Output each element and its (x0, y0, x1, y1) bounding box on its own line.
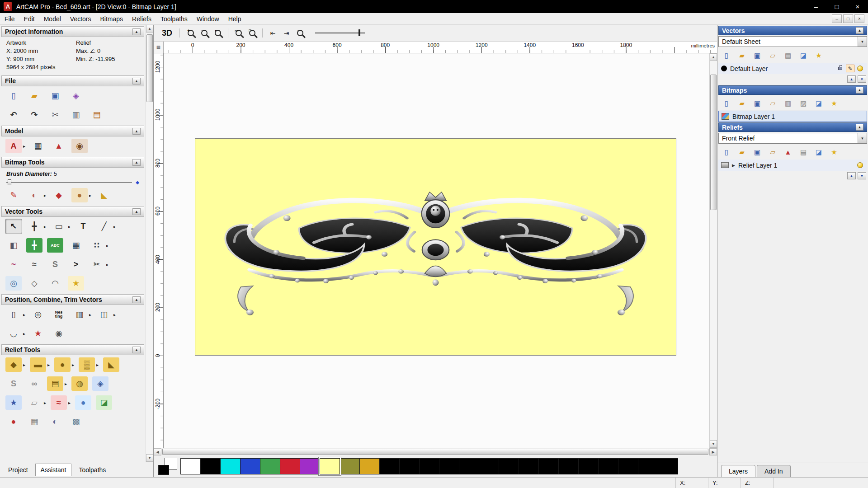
palette-swatch[interactable] (459, 458, 479, 474)
redo-icon[interactable]: ↷ (26, 108, 42, 122)
brush-slider-handle[interactable] (8, 179, 11, 185)
layer-visibility-toggle[interactable] (856, 65, 864, 72)
new-model-icon[interactable]: ▯ (5, 89, 22, 103)
dropdown-arrow-icon[interactable]: ▼ (858, 133, 867, 143)
primary-colour-swatch[interactable] (158, 465, 169, 475)
collapse-button[interactable]: ▲ (856, 27, 863, 34)
scrollbar-thumb[interactable] (146, 34, 153, 102)
weave-relief-icon[interactable]: ∞ (26, 376, 42, 391)
vector-layer-name[interactable]: Default Layer (730, 65, 768, 72)
zoom-out-icon[interactable]: − (198, 28, 210, 39)
collapse-button[interactable]: ▲ (132, 159, 141, 166)
3d-view-button[interactable]: 3D (159, 28, 175, 38)
menu-help[interactable]: Help (224, 14, 246, 24)
angle-relief-icon[interactable]: ◣ (103, 357, 119, 372)
offset-vectors-icon[interactable]: ◧ (5, 238, 22, 253)
palette-swatch[interactable] (499, 458, 519, 474)
freehand-curve-icon[interactable]: ~ (5, 257, 22, 272)
flyout-arrow-icon[interactable]: ▸ (44, 400, 46, 405)
paste-along-curve-icon[interactable]: ∷ (89, 238, 105, 253)
collapse-button[interactable]: ▲ (132, 208, 141, 215)
delete-sheet-icon[interactable]: ◪ (797, 50, 810, 61)
measure-icon[interactable]: ╱ (96, 219, 112, 234)
save-sheet-icon[interactable]: ▣ (751, 50, 764, 61)
menu-toolpaths[interactable]: Toolpaths (156, 14, 192, 24)
flyout-arrow-icon[interactable]: ▸ (96, 362, 99, 367)
relief-3d-icon[interactable]: ▲ (782, 146, 794, 157)
create-star-icon[interactable]: ★ (68, 276, 84, 291)
palette-swatch[interactable] (399, 458, 420, 474)
flyout-arrow-icon[interactable]: ▸ (89, 193, 91, 198)
open-bitmap-layer-icon[interactable]: ▰ (736, 98, 748, 108)
palette-swatch[interactable] (538, 458, 559, 474)
mdi-minimize-button[interactable]: – (832, 14, 842, 23)
scrollbar-track[interactable] (146, 33, 153, 454)
scroll-left-button[interactable]: ◀ (154, 448, 161, 455)
spin-relief-icon[interactable]: ◐ (47, 414, 63, 429)
flyout-arrow-icon[interactable]: ▸ (47, 362, 50, 367)
polyline-icon[interactable]: > (68, 257, 84, 272)
tab-add-in[interactable]: Add In (757, 465, 790, 477)
scroll-down-button[interactable]: ▼ (710, 440, 717, 448)
relief-wand-icon[interactable]: ★ (828, 146, 840, 157)
model-lighting-icon[interactable]: ▲ (51, 139, 67, 153)
flyout-arrow-icon[interactable]: ▸ (89, 312, 91, 317)
current-colour-indicator[interactable] (158, 458, 177, 475)
merge-bitmap-icon[interactable]: ▥ (782, 98, 794, 108)
collapse-button[interactable]: ▲ (132, 28, 141, 35)
create-spiral-icon[interactable]: ◉ (51, 326, 67, 341)
relief-layer-name[interactable]: Relief Layer 1 (738, 162, 777, 169)
pick-colour-icon[interactable]: ◆ (51, 188, 67, 202)
import-model-icon[interactable]: ◈ (68, 89, 84, 103)
flood-fill-icon[interactable]: ◣ (96, 188, 112, 202)
artwork-canvas[interactable] (195, 138, 676, 356)
flyout-arrow-icon[interactable]: ▸ (68, 400, 71, 405)
menu-bitmaps[interactable]: Bitmaps (96, 14, 128, 24)
model-resolution-icon[interactable]: ▦ (30, 139, 46, 153)
tab-toolpaths[interactable]: Toolpaths (73, 464, 111, 476)
set-model-size-icon[interactable]: A (5, 139, 22, 153)
flyout-arrow-icon[interactable]: ▸ (113, 312, 116, 317)
offset-relief-icon[interactable]: ▤ (47, 376, 63, 391)
palette-swatch[interactable] (240, 458, 260, 474)
center-in-page-icon[interactable]: ◎ (30, 307, 46, 322)
trim-vectors-icon[interactable]: ✂ (89, 257, 105, 272)
delete-relief-layer-icon[interactable]: ◪ (812, 146, 825, 157)
star-wizard-icon[interactable]: ★ (5, 395, 22, 410)
menu-reliefs[interactable]: Reliefs (127, 14, 156, 24)
export-vectors-icon[interactable]: ▤ (782, 50, 794, 61)
paint-icon[interactable]: ✎ (5, 188, 22, 202)
edit-layer-icon[interactable]: ✎ (846, 65, 854, 72)
create-ellipse-icon[interactable]: ◎ (5, 276, 22, 291)
scrollbar-thumb[interactable] (710, 75, 717, 210)
move-layer-up-button[interactable]: ▲ (847, 172, 856, 179)
model-preview-icon[interactable]: ◉ (71, 139, 88, 153)
palette-swatch[interactable] (578, 458, 599, 474)
sculpt-icon[interactable]: ● (54, 357, 71, 372)
smooth-relief-icon[interactable]: ▬ (30, 357, 46, 372)
colour-blend-icon[interactable]: ◐ (26, 188, 42, 202)
menu-vectors[interactable]: Vectors (66, 14, 96, 24)
close-button[interactable]: × (847, 0, 868, 13)
palette-swatch[interactable] (340, 458, 360, 474)
bitmap-layer-row[interactable]: Bitmap Layer 1 (718, 111, 867, 122)
relief-envelope-icon[interactable]: ▱ (26, 395, 42, 410)
dome-relief-icon[interactable]: ● (75, 395, 91, 410)
horizontal-scrollbar[interactable]: ◀ ▶ (154, 448, 717, 455)
palette-swatch[interactable] (479, 458, 499, 474)
menu-window[interactable]: Window (192, 14, 224, 24)
assistant-scrollbar[interactable]: ▲ ▼ (146, 25, 153, 462)
scrollbar-thumb[interactable] (162, 449, 708, 455)
smooth-curve-icon[interactable]: ≈ (26, 257, 42, 272)
paste-icon[interactable]: ▤ (89, 108, 105, 122)
cut-icon[interactable]: ✂ (47, 108, 63, 122)
group-vectors-icon[interactable]: ◫ (96, 307, 112, 322)
palette-swatch[interactable] (658, 458, 678, 474)
snap-grid-icon[interactable]: ▦ (68, 238, 84, 253)
collapse-button[interactable]: ▲ (132, 78, 141, 84)
flyout-arrow-icon[interactable]: ▸ (23, 144, 25, 149)
zoom-slider[interactable] (315, 33, 365, 33)
tab-layers[interactable]: Layers (721, 465, 755, 477)
layer-visibility-toggle[interactable] (856, 161, 864, 169)
scroll-up-button[interactable]: ▲ (710, 53, 717, 61)
